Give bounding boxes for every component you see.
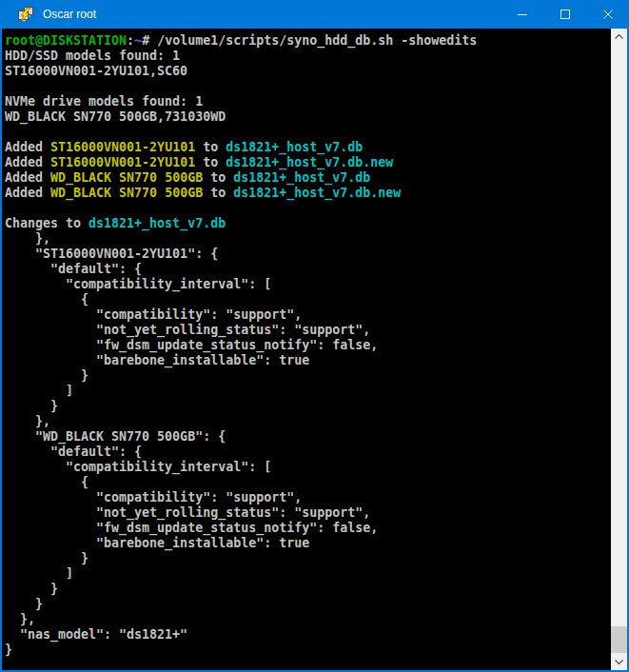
terminal-line: } [5, 551, 611, 566]
chevron-up-icon [615, 34, 623, 39]
window-controls [501, 0, 629, 29]
terminal-text-segment: "default": { [5, 262, 142, 276]
terminal-line: "fw_dsm_update_status_notify": false, [5, 338, 611, 353]
terminal-text-segment: ] [5, 384, 73, 398]
terminal-text-segment: : [127, 33, 134, 48]
terminal-text-segment: HDD/SSD models found: 1 [5, 49, 180, 63]
terminal-line: root@DISKSTATION:~# /volume1/scripts/syn… [5, 33, 611, 49]
terminal-line: "compatibility_interval": [ [5, 277, 611, 292]
terminal-line [5, 79, 611, 94]
terminal-text-segment: WD_BLACK SN770 500GB [50, 186, 203, 200]
terminal-line: Added ST16000VN001-2YU101 to ds1821+_hos… [5, 155, 611, 170]
terminal-text-segment: ds1821+_host_v7.db [233, 170, 370, 185]
terminal-line: "WD_BLACK SN770 500GB": { [5, 429, 611, 445]
terminal-line: "compatibility": "support", [5, 307, 611, 323]
terminal-text-segment: "WD_BLACK SN770 500GB": { [5, 429, 226, 444]
terminal-line: Changes to ds1821+_host_v7.db [5, 216, 611, 231]
terminal-line: ] [5, 566, 611, 582]
terminal-text-segment: to [195, 155, 226, 169]
scrollbar-thumb[interactable] [611, 626, 627, 653]
terminal-text-segment: } [5, 642, 12, 657]
terminal-text-segment: to [203, 170, 233, 185]
terminal-line: Added ST16000VN001-2YU101 to ds1821+_hos… [5, 140, 611, 155]
terminal-text-segment: { [5, 292, 88, 306]
terminal-text-segment: "compatibility_interval": [ [5, 277, 271, 291]
terminal-text-segment: }, [5, 414, 50, 428]
putty-window: Oscar root root@DISKSTATION:~# /volume1/… [0, 0, 629, 672]
terminal-line: } [5, 642, 611, 658]
scroll-down-button[interactable] [611, 654, 627, 670]
terminal-text-segment: NVMe drive models found: 1 [5, 94, 203, 109]
terminal-text-segment: ds1821+_host_v7.db.new [233, 186, 401, 200]
terminal-text-segment: to [203, 186, 233, 200]
terminal-text-segment: ST16000VN001-2YU101,SC60 [5, 64, 187, 78]
terminal-text-segment: "nas_model": "ds1821+" [5, 627, 187, 642]
maximize-icon [560, 10, 570, 19]
chevron-down-icon [615, 660, 623, 664]
terminal-line: "not_yet_rolling_status": "support", [5, 323, 611, 338]
terminal-text-segment: "not_yet_rolling_status": "support", [5, 505, 370, 520]
terminal-text-segment: ~ [134, 33, 142, 48]
terminal-text-segment: root@DISKSTATION [5, 33, 127, 48]
terminal-line: "not_yet_rolling_status": "support", [5, 505, 611, 521]
terminal-line: Added WD_BLACK SN770 500GB to ds1821+_ho… [5, 170, 611, 186]
terminal-text-segment: "not_yet_rolling_status": "support", [5, 323, 370, 337]
putty-app-icon [18, 7, 34, 23]
terminal-text-segment: "compatibility": "support", [5, 307, 302, 322]
terminal-text-segment: WD_BLACK SN770 500GB [50, 170, 203, 185]
terminal-line: }, [5, 612, 611, 627]
minimize-icon [518, 10, 527, 19]
window-content: root@DISKSTATION:~# /volume1/scripts/syn… [0, 29, 629, 672]
terminal-line: } [5, 399, 611, 414]
scrollbar[interactable] [611, 29, 627, 670]
terminal-text-segment: "fw_dsm_update_status_notify": false, [5, 338, 378, 352]
terminal-line: "fw_dsm_update_status_notify": false, [5, 521, 611, 536]
terminal-text-segment: { [5, 475, 88, 489]
terminal-output[interactable]: root@DISKSTATION:~# /volume1/scripts/syn… [2, 29, 611, 670]
terminal-line: "nas_model": "ds1821+" [5, 627, 611, 642]
terminal-text-segment: ] [5, 566, 73, 581]
terminal-line: Added WD_BLACK SN770 500GB to ds1821+_ho… [5, 186, 611, 201]
terminal-text-segment: Added [5, 186, 50, 200]
scroll-up-button[interactable] [611, 29, 627, 45]
terminal-line: HDD/SSD models found: 1 [5, 49, 611, 64]
terminal-text-segment: Added [5, 140, 50, 154]
terminal-text-segment: }, [5, 612, 35, 626]
terminal-text-segment: } [5, 582, 58, 596]
terminal-line: ST16000VN001-2YU101,SC60 [5, 64, 611, 79]
minimize-button[interactable] [501, 0, 543, 29]
terminal-text-segment: ds1821+_host_v7.db.new [226, 155, 393, 169]
terminal-line: }, [5, 231, 611, 247]
terminal-line: } [5, 597, 611, 612]
terminal-line: NVMe drive models found: 1 [5, 94, 611, 109]
terminal-text-segment: to [195, 140, 226, 154]
terminal-text-segment: ST16000VN001-2YU101 [50, 155, 195, 169]
terminal-text-segment: } [5, 597, 43, 611]
putty-icon [18, 7, 34, 23]
maximize-button[interactable] [543, 0, 586, 29]
terminal-line [5, 201, 611, 216]
terminal-line: "default": { [5, 262, 611, 277]
terminal-line: "default": { [5, 445, 611, 460]
terminal-line: }, [5, 414, 611, 429]
terminal-text-segment: ds1821+_host_v7.db [88, 216, 226, 230]
window-title: Oscar root [43, 8, 96, 21]
terminal-line: WD_BLACK SN770 500GB,731030WD [5, 109, 611, 125]
terminal-text-segment: ds1821+_host_v7.db [226, 140, 363, 154]
terminal-text-segment: }, [5, 231, 50, 246]
close-icon [603, 10, 613, 19]
terminal-text-segment: ST16000VN001-2YU101 [50, 140, 195, 154]
terminal-text-segment: Added [5, 170, 50, 185]
terminal-text-segment: Changes to [5, 216, 88, 230]
terminal-text-segment: # /volume1/scripts/syno_hdd_db.sh -showe… [142, 33, 477, 48]
terminal-text-segment: } [5, 399, 58, 413]
title-bar[interactable]: Oscar root [0, 0, 629, 29]
terminal-text-segment: "compatibility": "support", [5, 490, 302, 504]
terminal-line: "compatibility_interval": [ [5, 460, 611, 475]
terminal-line: "compatibility": "support", [5, 490, 611, 505]
close-button[interactable] [586, 0, 629, 29]
terminal-text-segment: "barebone_installable": true [5, 536, 309, 550]
terminal-text-segment: } [5, 368, 88, 383]
scrollbar-track[interactable] [611, 45, 627, 654]
terminal-text-segment: "ST16000VN001-2YU101": { [5, 247, 218, 261]
